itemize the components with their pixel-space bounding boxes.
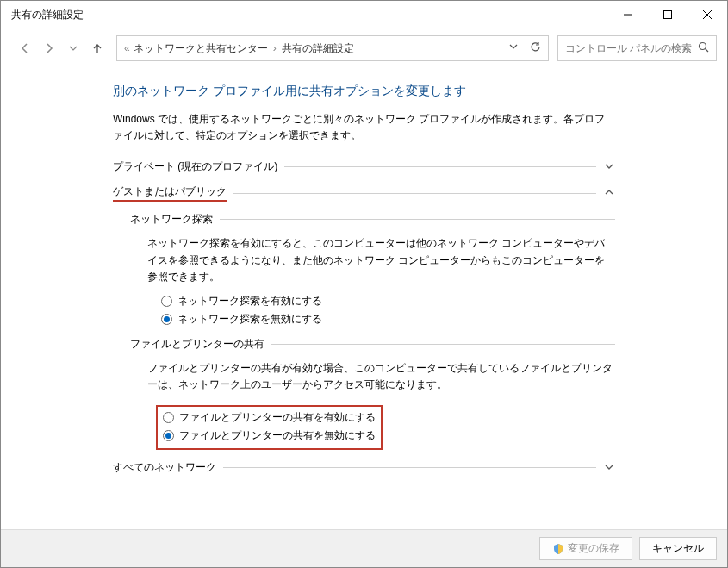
search-icon <box>698 41 709 55</box>
section-all-networks: すべてのネットワーク <box>113 460 615 475</box>
titlebar: 共有の詳細設定 <box>1 1 727 28</box>
section-guest-title: ゲストまたはパブリック <box>113 184 227 202</box>
breadcrumb-root-icon: « <box>124 42 130 54</box>
chevron-up-icon <box>603 186 615 200</box>
radio-icon <box>163 412 174 423</box>
divider <box>223 467 596 468</box>
radio-fileprint-on[interactable]: ファイルとプリンターの共有を有効にする <box>163 410 376 425</box>
divider <box>220 219 615 220</box>
search-placeholder: コントロール パネルの検索 <box>565 41 692 56</box>
subgroup-network-discovery: ネットワーク探索 ネットワーク探索を有効にすると、このコンピューターは他のネット… <box>130 212 615 327</box>
section-private: プライベート (現在のプロファイル) <box>113 159 615 174</box>
recent-dropdown[interactable] <box>63 38 84 59</box>
section-private-header[interactable]: プライベート (現在のプロファイル) <box>113 159 615 174</box>
discovery-description: ネットワーク探索を有効にすると、このコンピューターは他のネットワーク コンピュー… <box>147 235 615 285</box>
radio-label: ネットワーク探索を無効にする <box>177 312 322 327</box>
search-input[interactable]: コントロール パネルの検索 <box>557 35 717 61</box>
maximize-button[interactable] <box>648 1 688 28</box>
forward-button[interactable] <box>39 38 59 59</box>
radio-label: ネットワーク探索を有効にする <box>177 294 322 309</box>
page-description: Windows では、使用するネットワークごとに別々のネットワーク プロファイル… <box>113 111 615 144</box>
save-button-label: 変更の保存 <box>568 541 619 556</box>
radio-fileprint-off[interactable]: ファイルとプリンターの共有を無効にする <box>163 428 376 443</box>
highlight-box: ファイルとプリンターの共有を有効にする ファイルとプリンターの共有を無効にする <box>156 405 383 450</box>
section-all-title: すべてのネットワーク <box>113 460 216 475</box>
section-all-header[interactable]: すべてのネットワーク <box>113 460 615 475</box>
minimize-button[interactable] <box>608 1 648 28</box>
fileprint-description: ファイルとプリンターの共有が有効な場合、このコンピューターで共有しているファイル… <box>147 360 615 393</box>
radio-icon <box>161 296 172 307</box>
toolbar: « ネットワークと共有センター › 共有の詳細設定 コントロール パネルの検索 <box>1 28 727 68</box>
breadcrumb-item-1[interactable]: ネットワークと共有センター <box>134 41 268 56</box>
refresh-icon[interactable] <box>530 41 541 55</box>
radio-discovery-on[interactable]: ネットワーク探索を有効にする <box>161 294 615 309</box>
section-guest-header[interactable]: ゲストまたはパブリック <box>113 184 615 202</box>
section-guest: ゲストまたはパブリック ネットワーク探索 ネットワーク探索を有効にすると、このコ… <box>113 184 615 450</box>
back-button[interactable] <box>15 38 35 59</box>
radio-label: ファイルとプリンターの共有を有効にする <box>179 410 376 425</box>
radio-icon <box>161 314 172 325</box>
window-controls <box>608 1 727 28</box>
radio-icon <box>163 430 174 441</box>
svg-rect-1 <box>664 11 672 19</box>
shield-icon <box>552 543 564 555</box>
divider <box>271 344 615 345</box>
address-bar[interactable]: « ネットワークと共有センター › 共有の詳細設定 <box>116 35 549 61</box>
window-title: 共有の詳細設定 <box>11 8 84 22</box>
up-button[interactable] <box>87 38 108 59</box>
svg-line-5 <box>706 49 709 53</box>
svg-point-4 <box>700 43 706 50</box>
breadcrumb-item-2[interactable]: 共有の詳細設定 <box>282 41 354 56</box>
page-title: 別のネットワーク プロファイル用に共有オプションを変更します <box>113 84 615 99</box>
divider <box>233 193 596 194</box>
cancel-button[interactable]: キャンセル <box>639 537 717 560</box>
footer: 変更の保存 キャンセル <box>1 529 727 567</box>
radio-label: ファイルとプリンターの共有を無効にする <box>179 428 376 443</box>
discovery-title: ネットワーク探索 <box>130 212 213 227</box>
chevron-down-icon <box>603 160 615 174</box>
content-pane: 別のネットワーク プロファイル用に共有オプションを変更します Windows で… <box>1 68 727 475</box>
radio-discovery-off[interactable]: ネットワーク探索を無効にする <box>161 312 615 327</box>
cancel-button-label: キャンセル <box>652 541 704 556</box>
close-button[interactable] <box>688 1 727 28</box>
save-button[interactable]: 変更の保存 <box>539 537 632 560</box>
breadcrumb-sep-1: › <box>273 42 277 54</box>
chevron-down-icon <box>603 461 615 475</box>
section-private-title: プライベート (現在のプロファイル) <box>113 159 277 174</box>
divider <box>284 166 596 167</box>
subgroup-file-printer-sharing: ファイルとプリンターの共有 ファイルとプリンターの共有が有効な場合、このコンピュ… <box>130 337 615 450</box>
address-dropdown-icon[interactable] <box>509 41 518 55</box>
fileprint-title: ファイルとプリンターの共有 <box>130 337 264 352</box>
